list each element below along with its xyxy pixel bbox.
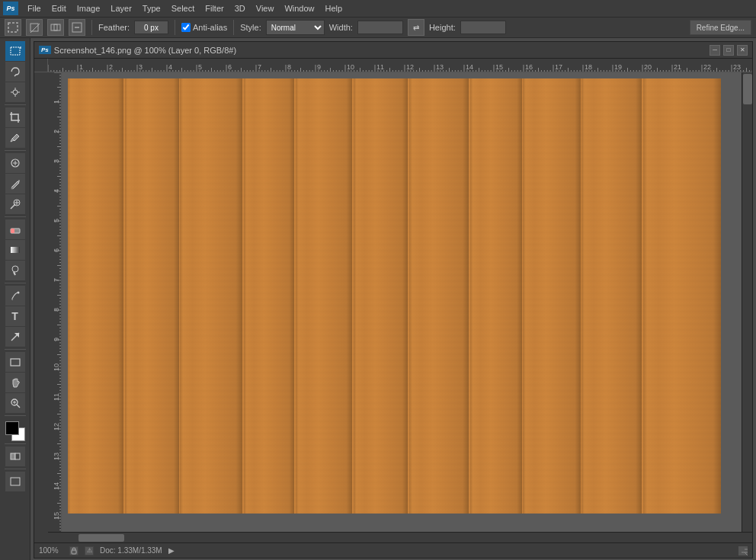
tool-sep-2	[5, 150, 26, 151]
ruler-v-canvas	[48, 72, 62, 530]
svg-rect-26	[11, 359, 20, 366]
quick-mask-tool[interactable]	[5, 446, 25, 466]
separator-1	[91, 20, 92, 35]
shape-tool[interactable]	[5, 352, 25, 372]
menu-type[interactable]: Type	[138, 2, 165, 14]
tool-intersect-opt[interactable]	[47, 19, 64, 36]
svg-rect-23	[11, 247, 20, 253]
maximize-button[interactable]: □	[723, 45, 734, 56]
doc-content	[34, 59, 752, 542]
crop-tool[interactable]	[5, 107, 25, 127]
svg-rect-33	[11, 478, 20, 485]
menu-bar: Ps File Edit Image Layer Type Select Fil…	[0, 0, 756, 17]
anti-alias-checkbox[interactable]	[181, 23, 191, 32]
svg-rect-1	[30, 24, 38, 31]
ruler-h-canvas	[48, 59, 752, 72]
app-logo: Ps	[3, 2, 18, 15]
close-button[interactable]: ✕	[737, 45, 748, 56]
tool-options-icon[interactable]	[5, 19, 21, 36]
ruler-horizontal	[48, 59, 752, 72]
tool-sep-4	[5, 283, 26, 283]
feather-label: Feather:	[98, 23, 130, 32]
clone-stamp-tool[interactable]	[5, 194, 25, 214]
minimize-button[interactable]: ─	[710, 45, 720, 56]
menu-select[interactable]: Select	[167, 2, 200, 14]
tool-sep-6	[5, 415, 26, 416]
magic-wand-tool[interactable]	[5, 82, 25, 102]
svg-rect-0	[8, 23, 18, 32]
menu-layer[interactable]: Layer	[106, 2, 136, 14]
menu-window[interactable]: Window	[280, 2, 319, 14]
eraser-tool[interactable]	[5, 219, 25, 239]
menu-view[interactable]: View	[251, 2, 279, 14]
pen-tool[interactable]	[5, 286, 25, 306]
tool-sep-5	[5, 349, 26, 350]
canvas-wrapper[interactable]	[62, 72, 742, 532]
status-icon-lock	[69, 546, 78, 555]
height-input[interactable]	[460, 21, 506, 34]
hand-tool[interactable]	[5, 373, 25, 392]
ruler-vertical	[48, 72, 62, 532]
tool-sep-3	[5, 216, 26, 217]
eyedropper-tool[interactable]	[5, 128, 25, 148]
lasso-tool[interactable]	[5, 62, 25, 82]
width-input[interactable]	[357, 21, 403, 34]
color-swatches[interactable]	[5, 421, 25, 441]
menu-edit[interactable]: Edit	[47, 2, 71, 14]
tool-shape-opt[interactable]	[26, 19, 43, 36]
svg-line-28	[17, 405, 20, 408]
path-selection-tool[interactable]	[5, 327, 25, 347]
refine-edge-button[interactable]: Refine Edge...	[690, 20, 751, 35]
zoom-tool[interactable]	[5, 393, 25, 413]
main-layout: T	[0, 38, 756, 560]
gradient-tool[interactable]	[5, 240, 25, 260]
brush-tool[interactable]	[5, 174, 25, 194]
anti-alias-label[interactable]: Anti-alias	[181, 23, 227, 32]
dodge-tool[interactable]	[5, 261, 25, 280]
anti-alias-text: Anti-alias	[193, 23, 227, 32]
tool-sep-8	[5, 469, 26, 469]
status-bar: 100% ⚠ Doc: 1.33M/1.33M ▶	[34, 542, 752, 558]
screen-mode-tool[interactable]	[5, 472, 25, 491]
feather-input[interactable]	[134, 21, 168, 34]
scrollbar-horizontal[interactable]	[48, 532, 752, 542]
width-label: Width:	[329, 23, 353, 32]
type-tool[interactable]: T	[5, 306, 25, 326]
menu-image[interactable]: Image	[72, 2, 105, 14]
doc-title: Screenshot_146.png @ 100% (Layer 0, RGB/…	[54, 46, 706, 55]
status-corner-resize[interactable]	[738, 546, 748, 555]
menu-filter[interactable]: Filter	[200, 2, 228, 14]
doc-titlebar: Ps Screenshot_146.png @ 100% (Layer 0, R…	[34, 42, 752, 59]
svg-point-13	[13, 90, 18, 94]
svg-point-24	[12, 266, 18, 272]
menu-file[interactable]: File	[23, 2, 46, 14]
svg-rect-32	[15, 453, 20, 459]
scrollbar-vertical[interactable]	[742, 72, 752, 532]
menu-help[interactable]: Help	[321, 2, 348, 14]
options-bar: Feather: Anti-alias Style: Normal Fixed …	[0, 17, 756, 38]
doc-window: Ps Screenshot_146.png @ 100% (Layer 0, R…	[34, 41, 753, 558]
tool-subtract-opt[interactable]	[69, 19, 85, 36]
zoom-level: 100%	[39, 546, 63, 555]
ruler-corner	[34, 59, 48, 72]
svg-rect-8	[20, 46, 21, 49]
doc-content-inner	[48, 59, 752, 542]
marquee-tool[interactable]	[5, 41, 25, 61]
svg-rect-7	[11, 47, 20, 55]
status-arrow[interactable]: ▶	[168, 546, 175, 555]
healing-brush-tool[interactable]	[5, 153, 25, 173]
separator-2	[175, 20, 175, 35]
doc-ps-badge: Ps	[39, 46, 51, 54]
style-label: Style:	[240, 23, 261, 32]
status-icon-warn: ⚠	[85, 546, 94, 555]
style-select[interactable]: Normal Fixed Ratio Fixed Size	[266, 20, 325, 35]
foreground-color[interactable]	[5, 421, 19, 435]
swap-icon[interactable]: ⇄	[408, 19, 424, 36]
menu-3d[interactable]: 3D	[230, 2, 250, 14]
wood-background	[68, 78, 721, 514]
svg-rect-34	[72, 550, 76, 554]
svg-point-17	[11, 187, 13, 190]
doc-area: Ps Screenshot_146.png @ 100% (Layer 0, R…	[30, 38, 756, 560]
doc-info: Doc: 1.33M/1.33M	[100, 546, 162, 555]
svg-rect-31	[11, 453, 15, 459]
